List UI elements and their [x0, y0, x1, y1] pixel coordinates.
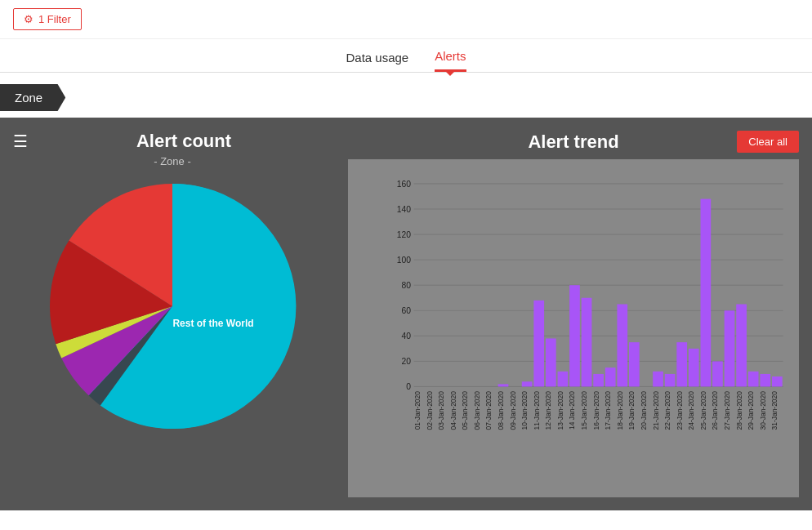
- svg-text:100: 100: [397, 256, 411, 265]
- svg-text:60: 60: [401, 306, 411, 315]
- svg-text:06-Jan-2020: 06-Jan-2020: [473, 391, 481, 430]
- alert-count-subtitle: - Zone -: [154, 155, 191, 167]
- svg-text:18-Jan-2020: 18-Jan-2020: [616, 391, 624, 430]
- svg-rect-46: [605, 367, 616, 386]
- svg-rect-34: [533, 301, 544, 387]
- svg-text:0: 0: [406, 382, 411, 391]
- svg-text:Rest of the World: Rest of the World: [172, 318, 253, 329]
- svg-rect-55: [665, 374, 676, 387]
- svg-text:20-Jan-2020: 20-Jan-2020: [640, 391, 648, 430]
- svg-rect-40: [569, 285, 580, 386]
- svg-text:140: 140: [397, 205, 411, 214]
- svg-text:29-Jan-2020: 29-Jan-2020: [747, 391, 755, 430]
- trend-header: Alert trend Clear all: [348, 131, 799, 153]
- alert-trend-panel: Alert trend Clear all 020406080100120140…: [348, 131, 799, 497]
- svg-text:26-Jan-2020: 26-Jan-2020: [711, 391, 719, 430]
- filter-label: 1 Filter: [38, 13, 71, 25]
- pie-chart: Rest of the World Home Plan 2. Vodafone …: [42, 176, 303, 437]
- svg-rect-29: [498, 384, 509, 386]
- svg-text:07-Jan-2020: 07-Jan-2020: [484, 391, 493, 430]
- alert-count-header: ☰ Alert count: [13, 131, 332, 152]
- svg-text:24-Jan-2020: 24-Jan-2020: [687, 391, 695, 430]
- alert-trend-title: Alert trend: [498, 131, 649, 153]
- svg-text:28-Jan-2020: 28-Jan-2020: [735, 391, 743, 430]
- svg-text:08-Jan-2020: 08-Jan-2020: [497, 391, 505, 430]
- svg-text:21-Jan-2020: 21-Jan-2020: [652, 391, 660, 430]
- alert-count-title: Alert count: [36, 131, 332, 152]
- svg-text:80: 80: [401, 281, 411, 290]
- svg-text:22-Jan-2020: 22-Jan-2020: [663, 391, 671, 430]
- svg-text:16-Jan-2020: 16-Jan-2020: [592, 391, 600, 430]
- svg-rect-73: [772, 376, 783, 386]
- svg-text:09-Jan-2020: 09-Jan-2020: [509, 391, 517, 430]
- svg-text:12-Jan-2020: 12-Jan-2020: [544, 391, 552, 430]
- svg-text:15-Jan-2020: 15-Jan-2020: [580, 391, 588, 430]
- svg-rect-67: [736, 305, 747, 387]
- svg-text:27-Jan-2020: 27-Jan-2020: [723, 391, 731, 430]
- svg-text:25-Jan-2020: 25-Jan-2020: [699, 391, 707, 430]
- svg-text:05-Jan-2020: 05-Jan-2020: [461, 391, 469, 430]
- svg-rect-69: [748, 372, 759, 387]
- tab-data-usage[interactable]: Data usage: [346, 51, 408, 71]
- svg-rect-38: [558, 372, 569, 387]
- tabs-container: Data usage Alerts: [0, 39, 812, 73]
- top-bar: ⚙ 1 Filter: [0, 0, 812, 39]
- svg-text:13-Jan-2020: 13-Jan-2020: [556, 391, 564, 430]
- svg-text:160: 160: [397, 180, 411, 189]
- dashboard: ☰ Alert count - Zone -: [0, 118, 812, 510]
- svg-rect-71: [760, 374, 770, 387]
- grid-icon: ☰: [13, 131, 28, 151]
- svg-rect-53: [653, 372, 663, 387]
- tab-alerts[interactable]: Alerts: [435, 49, 466, 72]
- bar-chart: 02040608010012014016001-Jan-202002-Jan-2…: [348, 159, 799, 497]
- alert-count-panel: ☰ Alert count - Zone -: [13, 131, 332, 497]
- svg-rect-36: [546, 338, 556, 386]
- svg-text:40: 40: [401, 332, 411, 341]
- svg-rect-61: [700, 199, 711, 387]
- svg-text:31-Jan-2020: 31-Jan-2020: [770, 391, 779, 430]
- svg-text:17-Jan-2020: 17-Jan-2020: [604, 391, 612, 430]
- svg-text:02-Jan-2020: 02-Jan-2020: [426, 391, 434, 430]
- svg-text:14 Jan-2020: 14 Jan-2020: [568, 391, 576, 430]
- svg-rect-32: [522, 381, 533, 386]
- svg-text:11-Jan-2020: 11-Jan-2020: [533, 391, 541, 430]
- bar-chart-svg: 02040608010012014016001-Jan-202002-Jan-2…: [385, 167, 791, 445]
- svg-rect-57: [676, 342, 687, 386]
- filter-button[interactable]: ⚙ 1 Filter: [13, 8, 82, 30]
- svg-text:20: 20: [401, 357, 411, 366]
- svg-text:10-Jan-2020: 10-Jan-2020: [520, 391, 529, 430]
- svg-text:03-Jan-2020: 03-Jan-2020: [437, 391, 445, 430]
- zone-banner: Zone: [0, 84, 812, 111]
- filter-icon: ⚙: [24, 13, 33, 25]
- svg-text:120: 120: [397, 230, 411, 239]
- svg-rect-44: [593, 374, 604, 387]
- svg-text:04-Jan-2020: 04-Jan-2020: [449, 391, 457, 430]
- svg-rect-50: [629, 342, 640, 386]
- clear-all-button[interactable]: Clear all: [737, 131, 799, 153]
- svg-rect-59: [689, 349, 699, 387]
- svg-text:01-Jan-2020: 01-Jan-2020: [413, 391, 422, 430]
- svg-rect-65: [725, 310, 735, 386]
- svg-rect-42: [582, 298, 592, 387]
- svg-text:30-Jan-2020: 30-Jan-2020: [759, 391, 767, 430]
- svg-text:23-Jan-2020: 23-Jan-2020: [676, 391, 684, 430]
- svg-rect-48: [617, 305, 627, 387]
- svg-rect-63: [712, 361, 723, 386]
- zone-label: Zone: [0, 84, 65, 111]
- svg-text:19-Jan-2020: 19-Jan-2020: [627, 391, 636, 430]
